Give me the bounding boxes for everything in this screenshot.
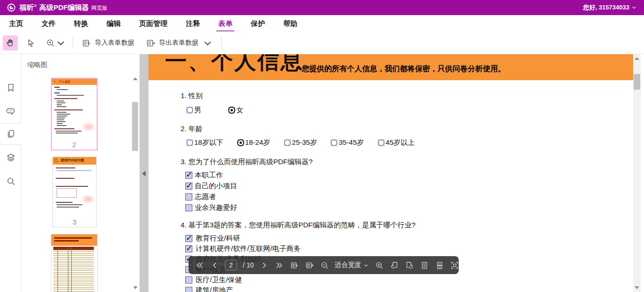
export-form-data-button-floating[interactable] [305,260,314,270]
menu-tab-help[interactable]: 帮助 [283,15,297,32]
thumbnail-content [53,165,96,217]
radio-35-45岁[interactable] [330,139,338,146]
continuous-view-button[interactable] [435,260,444,270]
radio-女[interactable] [228,107,235,114]
export-form-data-button[interactable]: 导出表单数据 [143,36,215,50]
checkbox-自己的小项目[interactable] [185,183,192,190]
menu-tab-page-manage[interactable]: 页面管理 [139,15,167,32]
last-page-button[interactable] [274,260,284,270]
next-page-button[interactable] [259,260,269,270]
section-title: 一、个人信息 [165,54,304,76]
section-header: 一、个人信息 您提供的所有个人信息，我们都将保密，只供问卷分析使用。 [149,54,633,80]
checkbox-业余兴趣爱好[interactable] [185,204,192,211]
option-label: 女 [236,106,243,115]
toolbar-divider [221,37,222,49]
menu-tab-convert[interactable]: 转换 [74,15,88,32]
zoom-icon [45,38,56,48]
collapse-panel-arrow[interactable] [141,170,147,177]
titlebar: 福昕® 高级PDF编辑器 网页版 您好, 315734033 [0,0,644,15]
radio-25-35岁[interactable] [284,139,291,146]
menu-tab-comment[interactable]: 注释 [186,15,200,32]
scroll-up-arrow[interactable] [633,55,641,62]
single-page-view-icon [420,261,429,270]
greeting-text: 您好, 315734033 [583,3,629,12]
menu-tab-home[interactable]: 主页 [9,15,23,32]
radio-男[interactable] [186,107,193,114]
option-18-24岁: 18-24岁 [237,138,270,147]
document-viewer: 一、个人信息 您提供的所有个人信息，我们都将保密，只供问卷分析使用。 1. 性别… [140,54,633,292]
prev-page-icon [210,261,219,270]
radio-45岁以上[interactable] [378,139,385,146]
zoom-out-button[interactable] [320,260,329,270]
radio-18-24岁[interactable] [237,139,244,146]
page-number-input[interactable]: 2 [225,260,237,270]
scrollbar-thumb[interactable] [634,74,640,90]
page-total-label: / 10 [243,261,254,269]
zoom-tool-button[interactable] [44,35,67,50]
option-label: 自己的小项目 [195,182,237,191]
rotate-right-icon [405,261,414,270]
main-scrollbar[interactable] [633,54,641,292]
thumb-scrollbar-thumb[interactable] [132,102,138,151]
fullscreen-button[interactable] [450,260,459,270]
menu-tab-file[interactable]: 文件 [41,15,56,32]
account-menu[interactable]: 您好, 315734033 [583,3,636,12]
rail-item-comments[interactable] [0,100,21,122]
menubar: 主页文件转换编辑页面管理注释表单保护帮助 [0,15,644,32]
menu-tab-protect[interactable]: 保护 [251,15,265,32]
rotate-right-button[interactable] [405,260,414,270]
continuous-view-icon [435,261,444,270]
scroll-down-arrow[interactable] [633,284,641,291]
option-label: 建筑/房地产 [196,286,233,292]
select-tool-button[interactable] [24,35,39,50]
layers-icon [6,152,16,163]
rail-item-bookmarks[interactable] [0,77,21,99]
prev-page-button[interactable] [210,260,219,270]
checkbox-本职工作[interactable] [185,172,192,179]
checkbox-计算机硬件/软件/互联网/电子商务[interactable] [185,245,192,252]
menu-tab-edit[interactable]: 编辑 [107,15,121,32]
thumbnail-page-3[interactable]: 二、使用PDF的习惯3 [52,157,97,227]
option-label: 医疗/卫生/保健 [196,275,242,284]
question-text: 2. 年龄 [181,125,415,133]
zoom-in-button[interactable] [374,260,384,270]
option-label: 教育行业/科研 [196,234,240,243]
first-page-button[interactable] [195,260,204,270]
import-form-data-button-floating[interactable] [289,260,299,270]
cursor-icon [26,38,36,48]
rotate-left-button[interactable] [389,260,399,270]
rail-item-search[interactable] [0,170,21,192]
import-form-icon [290,261,299,270]
question-2: 2. 年龄18岁以下18-24岁25-35岁35-45岁45岁以上 [181,125,415,147]
chevron-down-icon [56,38,66,48]
foxit-logo-icon [7,3,16,12]
single-page-view-button[interactable] [420,260,429,270]
thumb-scroll-down-arrow[interactable] [132,285,138,291]
thumb-scroll-up-arrow[interactable] [132,76,138,82]
checkbox-志愿者[interactable] [185,193,192,200]
thumbnail-header [51,234,97,246]
rail-item-layers[interactable] [0,147,21,168]
option-label: 45岁以上 [386,138,415,147]
question-text: 4. 基于第3题的答案，您使用福昕高级PDF编辑器的范畴，是属于哪个行业? [181,221,415,230]
menu-tab-form[interactable]: 表单 [218,15,232,32]
checkbox-建筑/房地产[interactable] [185,287,192,292]
import-form-data-button[interactable]: 导入表单数据 [79,36,137,50]
option-label: 18-24岁 [245,138,270,147]
option-25-35岁: 25-35岁 [284,138,317,147]
checkbox-教育行业/科研[interactable] [185,235,192,242]
radio-18岁以下[interactable] [186,139,193,146]
registered-mark: ® [34,4,37,8]
thumbnail-header: 二、使用PDF的习惯 [53,157,96,165]
rail-item-thumbnails[interactable] [0,123,22,145]
question-1: 1. 性别男女 [181,92,243,115]
thumbnail-page-2[interactable]: 一、个人信息2 [51,78,98,150]
fit-width-dropdown[interactable]: 适合宽度 [335,261,369,269]
option-label: 志愿者 [195,192,216,201]
checkbox-医疗/卫生/保健[interactable] [185,276,192,284]
option-label: 业余兴趣爱好 [195,203,237,212]
chevron-down-icon [632,5,636,10]
hand-tool-button[interactable] [3,35,18,50]
thumbnail-page-4[interactable]: 4 [51,234,98,292]
option-label: 18岁以下 [194,138,223,147]
